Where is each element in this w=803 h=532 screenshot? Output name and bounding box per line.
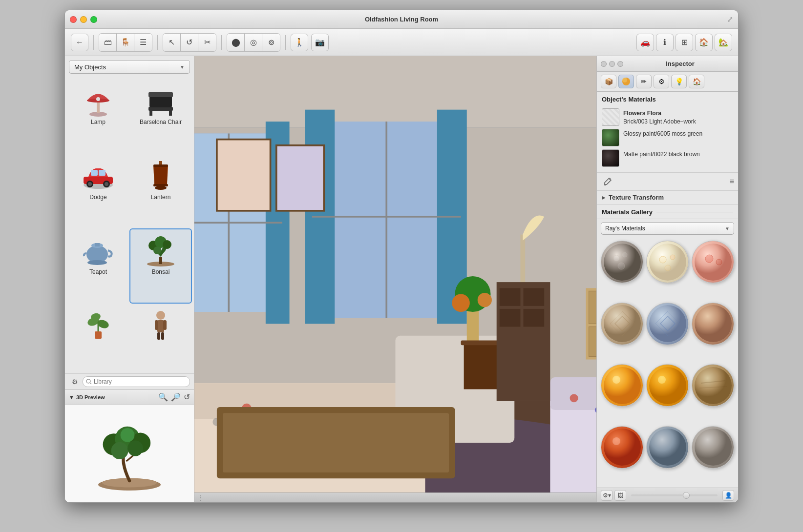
- titlebar: Oldfashion Living Room ⤢: [65, 10, 738, 29]
- svg-rect-77: [217, 140, 271, 211]
- tab-edit[interactable]: ✏: [636, 75, 652, 88]
- gallery-item[interactable]: [692, 364, 734, 407]
- render-full-button[interactable]: ⊚: [262, 34, 280, 51]
- rotate-tool-button[interactable]: ↺: [181, 34, 198, 51]
- svg-point-141: [613, 437, 620, 445]
- info-button[interactable]: ℹ: [656, 34, 674, 51]
- inspector-close[interactable]: [601, 61, 607, 67]
- toolbar-separator-4: [285, 35, 286, 50]
- gallery-item[interactable]: [601, 364, 643, 407]
- svg-point-134: [613, 376, 620, 384]
- texture-transform-section[interactable]: ▶ Texture Transform: [597, 191, 738, 205]
- gallery-item[interactable]: [692, 241, 734, 283]
- inspector-title: Inspector: [626, 60, 734, 67]
- size-slider[interactable]: [631, 494, 718, 496]
- toolbar-separator-2: [157, 35, 158, 50]
- svg-point-125: [670, 255, 675, 260]
- render-wire-button[interactable]: ◎: [245, 34, 262, 51]
- resize-icon[interactable]: ⤢: [727, 15, 733, 24]
- preview-toggle[interactable]: ▼ 3D Preview: [69, 394, 105, 400]
- material-item[interactable]: Flowers FloraBrick/003 Light Adobe–work: [602, 107, 733, 127]
- gallery-item[interactable]: [646, 426, 689, 469]
- interior-button[interactable]: 🏠: [695, 34, 713, 51]
- camera-button[interactable]: 📷: [311, 34, 329, 51]
- list-item[interactable]: Barselona Chair: [129, 79, 192, 154]
- gallery-item[interactable]: [601, 426, 643, 469]
- tab-lighting[interactable]: 💡: [671, 75, 687, 88]
- material-item[interactable]: Glossy paint/6005 moss green: [602, 127, 733, 148]
- search-bar: ⚙: [65, 373, 194, 389]
- tab-scene[interactable]: 🏠: [689, 75, 704, 88]
- svg-point-97: [570, 394, 578, 402]
- gear-settings-button[interactable]: ⚙▾: [601, 490, 613, 501]
- back-button[interactable]: ←: [71, 34, 88, 51]
- import-button[interactable]: 🖼: [614, 490, 626, 501]
- minimize-button[interactable]: [80, 16, 87, 23]
- gallery-dropdown[interactable]: Ray's Materials ▼: [601, 222, 734, 235]
- list-view-button[interactable]: ☰: [134, 34, 152, 51]
- layout-button[interactable]: ⊞: [676, 34, 693, 51]
- inspector-maximize[interactable]: [617, 61, 623, 67]
- rotate-preview-button[interactable]: ↺: [184, 392, 190, 402]
- search-input[interactable]: [83, 376, 190, 387]
- eyedropper-tool[interactable]: [601, 175, 614, 188]
- gallery-item[interactable]: [646, 241, 689, 283]
- assets-button[interactable]: 🚗: [636, 34, 654, 51]
- scene-svg: [194, 56, 596, 502]
- list-item[interactable]: Teapot: [67, 228, 129, 304]
- gallery-item[interactable]: [692, 426, 734, 469]
- walk-mode-button[interactable]: 🚶: [291, 34, 308, 51]
- tools-menu-button[interactable]: ≡: [730, 177, 734, 186]
- gallery-item[interactable]: [692, 303, 734, 345]
- material-item[interactable]: Matte paint/8022 black brown: [602, 148, 733, 168]
- list-item[interactable]: Lantern: [129, 154, 192, 229]
- list-item[interactable]: [129, 304, 192, 372]
- list-item[interactable]: Lamp: [67, 79, 129, 154]
- gallery-item[interactable]: [601, 303, 643, 345]
- cut-tool-button[interactable]: ✂: [198, 34, 216, 51]
- svg-rect-96: [550, 377, 596, 410]
- tab-objects[interactable]: 📦: [601, 75, 616, 88]
- inspector-minimize[interactable]: [609, 61, 615, 67]
- furniture-view-button[interactable]: 🪑: [117, 34, 134, 51]
- objects-view-button[interactable]: 🗃: [99, 34, 117, 51]
- svg-point-124: [659, 256, 666, 263]
- object-label: Dodge: [89, 194, 106, 201]
- zoom-in-button[interactable]: 🔍: [158, 392, 168, 402]
- list-item[interactable]: Dodge: [67, 154, 129, 229]
- object-icon-lantern: [141, 159, 180, 193]
- objects-dropdown[interactable]: My Objects ▼: [69, 60, 190, 74]
- materials-gallery: Materials Gallery Ray's Materials ▼: [597, 205, 738, 488]
- svg-point-133: [604, 367, 641, 404]
- object-label: Lantern: [151, 194, 171, 201]
- svg-rect-114: [524, 309, 545, 327]
- svg-rect-51: [194, 56, 596, 127]
- slider-thumb[interactable]: [683, 492, 690, 499]
- svg-point-140: [604, 429, 641, 466]
- list-item[interactable]: Bonsai: [129, 228, 192, 304]
- list-item[interactable]: [67, 304, 129, 372]
- tab-settings[interactable]: ⚙: [654, 75, 669, 88]
- select-tool-button[interactable]: ↖: [163, 34, 181, 51]
- gallery-item[interactable]: [646, 303, 689, 345]
- tab-materials[interactable]: [618, 75, 634, 88]
- gallery-item[interactable]: [601, 241, 643, 283]
- svg-point-48: [127, 441, 143, 456]
- view-mode-group: 🗃 🪑 ☰: [99, 33, 152, 52]
- svg-point-116: [622, 78, 627, 82]
- object-label: Barselona Chair: [140, 119, 182, 125]
- gallery-item[interactable]: [646, 364, 689, 407]
- svg-point-135: [649, 367, 686, 404]
- zoom-out-button[interactable]: 🔎: [171, 392, 181, 402]
- maximize-button[interactable]: [90, 16, 97, 23]
- render-solid-button[interactable]: ⬤: [227, 34, 245, 51]
- chevron-down-icon: ▼: [180, 64, 185, 70]
- close-button[interactable]: [70, 16, 77, 23]
- drag-handle[interactable]: ⋮: [197, 495, 203, 501]
- svg-rect-113: [500, 309, 521, 327]
- gallery-dropdown-label: Ray's Materials: [605, 225, 645, 232]
- person-view-button[interactable]: 👤: [722, 490, 734, 501]
- gear-button[interactable]: ⚙: [69, 376, 81, 388]
- exterior-button[interactable]: 🏡: [715, 34, 732, 51]
- svg-point-120: [613, 255, 619, 261]
